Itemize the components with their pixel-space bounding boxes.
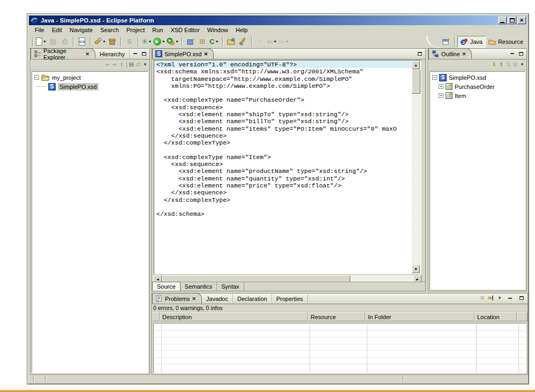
open-type-button[interactable] (107, 36, 118, 48)
sort-icon[interactable]: ⇅ (506, 62, 511, 67)
scroll-up-icon[interactable]: ▲ (412, 61, 420, 69)
view-menu-icon[interactable]: ▼ (498, 296, 502, 300)
tab-properties[interactable]: Properties (272, 294, 308, 304)
view-menu-icon[interactable]: ▼ (143, 62, 147, 67)
scroll-down-icon[interactable]: ▼ (412, 265, 420, 273)
tab-outline[interactable]: Outline ✕ (428, 48, 472, 59)
close-icon[interactable]: ✕ (192, 296, 196, 301)
debug-button[interactable]: ✳▼ (141, 36, 153, 48)
run-button[interactable]: ▶▼ (153, 36, 166, 48)
collapse-all-icon[interactable]: ⊟ (129, 62, 134, 67)
link-with-editor-icon[interactable]: ⇄ (136, 62, 141, 67)
vertical-scroll-thumb[interactable] (412, 69, 420, 94)
column-divider (367, 324, 367, 372)
menu-help[interactable]: Help (232, 26, 252, 34)
binary-file-button[interactable]: 010 (76, 36, 88, 48)
outline-tree[interactable]: − S SimplePO.xsd + PurchaseOrder + Item (429, 71, 525, 290)
tab-source[interactable]: Source (152, 282, 180, 291)
menu-search[interactable]: Search (96, 26, 123, 34)
forward-icon[interactable]: ➡ (112, 62, 117, 67)
problems-table-body[interactable] (153, 323, 526, 373)
menu-navigate[interactable]: Navigate (66, 26, 96, 34)
java-search-button[interactable] (237, 36, 249, 48)
tree-item-my-project[interactable]: − my_project (32, 73, 148, 82)
menu-bar: File Edit Navigate Search Project Run XS… (29, 25, 527, 35)
tab-syntax[interactable]: Syntax (217, 282, 244, 291)
package-explorer-tree[interactable]: − my_project S SimplePO.xsd (32, 71, 148, 373)
close-icon[interactable]: ✕ (85, 51, 89, 57)
code-line: <xsd:element name="billTo" type="xsd:str… (154, 118, 412, 125)
tab-simplepo-xsd[interactable]: S SimplePO.xsd ✕ (152, 48, 214, 59)
view-menu-icon[interactable]: ▼ (520, 62, 524, 67)
view-maximize-button[interactable] (140, 50, 148, 57)
close-icon[interactable]: ✕ (204, 51, 208, 57)
hide-icon[interactable]: ⊠ (513, 62, 518, 67)
run-tool-button[interactable]: ▼ (166, 36, 179, 48)
close-button[interactable]: ✕ (517, 17, 526, 24)
view-minimize-button[interactable] (508, 50, 516, 57)
resource-perspective-button[interactable]: Resource (486, 36, 526, 48)
source-editor[interactable]: <?xml version="1.0" encoding="UTF-8"?> <… (154, 60, 421, 274)
expand-expander-icon[interactable]: + (439, 93, 443, 98)
jar-package-icon (108, 37, 116, 46)
vertical-scrollbar[interactable]: ▲ ▼ (412, 61, 420, 273)
open-perspective-button[interactable]: ✦ (440, 36, 452, 48)
new-wizard-button[interactable]: ✦▼ (35, 36, 47, 48)
print-button[interactable]: ⎙ (59, 36, 71, 48)
marker-column-header[interactable] (152, 312, 160, 321)
in-folder-column-header[interactable]: In Folder (365, 312, 474, 321)
tab-hierarchy[interactable]: Hierarchy (95, 49, 130, 59)
tab-javadoc[interactable]: Javadoc (202, 294, 233, 304)
menu-xsd-editor[interactable]: XSD Editor (167, 26, 203, 34)
menu-file[interactable]: File (31, 26, 48, 34)
save-icon: ▤ (50, 38, 56, 45)
description-column-header[interactable]: Description (160, 312, 308, 321)
move-down-icon[interactable]: ⬇ (492, 62, 496, 67)
outline-item-purchaseorder[interactable]: + PurchaseOrder (430, 82, 525, 91)
open-resource-button[interactable] (225, 36, 237, 48)
view-maximize-button[interactable] (518, 295, 525, 301)
location-column-header[interactable]: Location (474, 312, 517, 321)
tab-package-explorer[interactable]: Package Explorer ✕ (31, 48, 95, 59)
declaration-tab-label: Declaration (237, 296, 267, 302)
outline-item-item[interactable]: + Item (430, 91, 525, 100)
delete-icon[interactable]: ✕ (480, 295, 485, 301)
column-divider (476, 324, 477, 372)
editor-maximize-button[interactable] (416, 50, 424, 57)
last-edit-location-button[interactable]: ↰ (254, 36, 266, 48)
menu-edit[interactable]: Edit (48, 26, 66, 34)
expand-expander-icon[interactable]: + (439, 84, 443, 89)
menu-window[interactable]: Window (204, 26, 232, 34)
outline-item-schema[interactable]: − S SimplePO.xsd (430, 73, 525, 82)
forward-button[interactable]: ⇨▼ (278, 36, 290, 48)
tab-problems[interactable]: Problems ✕ (152, 293, 202, 304)
minimize-button[interactable] (498, 17, 507, 24)
new-java-class-button[interactable]: C▼ (208, 36, 220, 48)
view-maximize-button[interactable] (517, 50, 525, 57)
maximize-button[interactable] (508, 17, 516, 24)
collapse-expander-icon[interactable]: − (34, 75, 39, 80)
view-minimize-button[interactable] (131, 50, 139, 57)
new-java-project-button[interactable]: ✦ (185, 36, 197, 48)
view-minimize-button[interactable] (506, 295, 514, 301)
title-bar[interactable]: Java - SimplePO.xsd - Eclipse Platform ✕ (29, 16, 527, 25)
back-icon[interactable]: ⬅ (105, 62, 110, 67)
up-icon[interactable]: ⬆ (119, 62, 124, 67)
collapse-expander-icon[interactable]: − (432, 75, 437, 80)
move-up-icon[interactable]: ⬆ (499, 62, 503, 67)
resource-column-header[interactable]: Resource (308, 312, 365, 321)
save-button[interactable]: ▤ (47, 36, 59, 48)
java-perspective-icon: J (461, 37, 469, 46)
search-button[interactable]: ▼ (93, 36, 107, 48)
filter-icon[interactable] (487, 295, 495, 301)
tab-declaration[interactable]: Declaration (233, 294, 272, 304)
menu-run[interactable]: Run (148, 26, 167, 34)
tab-semantics[interactable]: Semantics (180, 282, 217, 291)
close-icon[interactable]: ✕ (462, 51, 466, 57)
java-perspective-button[interactable]: J Java (457, 36, 486, 48)
back-button[interactable]: ⇦▼ (266, 36, 278, 48)
new-java-package-button[interactable]: ⊞ (197, 36, 208, 48)
external-tools-button[interactable]: S (124, 36, 135, 48)
menu-project[interactable]: Project (123, 26, 148, 34)
tree-item-simplepo-xsd[interactable]: S SimplePO.xsd (32, 82, 148, 91)
